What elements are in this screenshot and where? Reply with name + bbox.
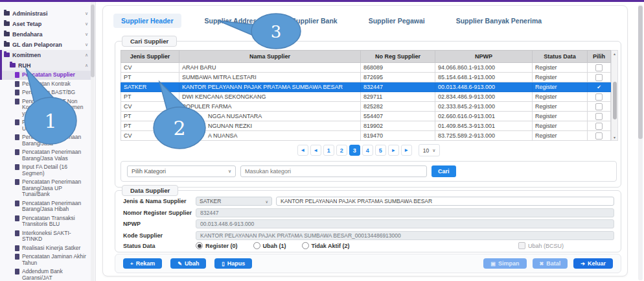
file-icon [15, 179, 19, 185]
keluar-button[interactable]: ➔Keluar [573, 258, 613, 269]
prev-page-button[interactable]: ◂ [310, 145, 321, 156]
rekam-button[interactable]: +Rekam [123, 258, 162, 269]
supplier-table: Jenis Supplier Nama Supplier No Reg Supp… [121, 50, 611, 141]
col-pilih[interactable]: Pilih [588, 51, 611, 63]
radio-tidak-aktif[interactable]: Tidak Aktif (2) [302, 242, 350, 249]
row-checkbox[interactable] [595, 93, 603, 101]
tab-bar: Supplier Header Supplier Address Supplie… [113, 14, 549, 28]
nama-supplier-field[interactable] [276, 197, 614, 206]
page-scrollbar[interactable] [638, 5, 643, 280]
sidebar-item-pencatatan-jaminan-akhir-tahun[interactable]: Pencatatan Jaminan Akhir Tahun [0, 252, 91, 267]
col-status-data[interactable]: Status Data [533, 51, 588, 63]
tab-supplier-banyak-penerima[interactable]: Supplier Banyak Penerima [448, 14, 549, 28]
tab-supplier-bank[interactable]: Supplier Bank [284, 14, 345, 28]
jenis-supplier-select[interactable]: SATKER ∨ [196, 197, 272, 206]
sidebar-item-interkoneksi-sakti-stinkd[interactable]: Interkoneksi SAKTI-STINKD [0, 229, 91, 244]
page-button-3-active[interactable]: 3 [349, 145, 360, 156]
kategori-input[interactable] [240, 165, 427, 177]
main-content: Supplier Header Supplier Address Supplie… [97, 2, 644, 281]
simpan-button[interactable]: ▣Simpan [483, 258, 526, 269]
col-no-reg-supplier[interactable]: No Reg Supplier [361, 51, 435, 63]
sidebar-item-komitmen[interactable]: Komitmen∧ [2, 50, 91, 60]
first-page-button[interactable]: ◄ [297, 145, 308, 156]
radio-register[interactable]: Register (0) [196, 242, 238, 249]
page-button-1[interactable]: 1 [323, 145, 334, 156]
sidebar-item-bendahara[interactable]: Bendahara∨ [0, 29, 91, 40]
save-icon: ▣ [490, 261, 496, 267]
sidebar-item-pencatatan-penerimaan-bj-hibah[interactable]: Pencatatan Penerimaan Barang/Jasa Hibah [0, 199, 91, 214]
scroll-up-icon[interactable]: ▴ [612, 51, 617, 56]
row-checkbox[interactable] [595, 103, 603, 110]
npwp-field[interactable] [196, 219, 614, 228]
table-row[interactable]: CVARAH BARU86808994.066.860.1-913.000Reg… [121, 63, 611, 73]
sidebar-item-pencatatan-penerimaan-bj-up-tunai-bank[interactable]: Pencatatan Penerimaan Barang/Jasa UP Tun… [0, 178, 91, 199]
folder-icon [4, 42, 10, 47]
tab-supplier-address[interactable]: Supplier Address [197, 14, 269, 28]
sidebar-item-input-fa-detail[interactable]: Input FA Detail (16 Segmen) [0, 163, 91, 178]
ubah-button[interactable]: ✎Ubah [170, 258, 206, 269]
scroll-down-icon[interactable]: ▾ [612, 135, 617, 140]
radio-ubah[interactable]: Ubah (1) [253, 242, 286, 249]
row-checkbox[interactable] [595, 123, 603, 130]
table-row[interactable]: PTNGGA NUSANTARA55440702.660.616.0-913.0… [121, 112, 611, 121]
folder-icon [10, 63, 16, 67]
col-nama-supplier[interactable]: Nama Supplier [179, 51, 361, 63]
table-row[interactable]: PTDWI KENCANA SEKONGKANG82971102.834.486… [121, 92, 611, 102]
radio-icon [253, 242, 260, 249]
sidebar-item-pencatatan-penerimaan-barang-jasa[interactable]: Pencatatan Penerimaan Barang/Jasa [0, 133, 91, 148]
sidebar-item-pencatatan-bast-bg[interactable]: Pencatatan BAST/BG [0, 88, 91, 97]
sidebar-item-pencatatan-bast-non-kontraktual[interactable]: Pencatatan BAST Non Kontraktual LS/Dokum… [0, 97, 91, 119]
cari-button[interactable]: Cari [431, 165, 456, 177]
tab-supplier-header[interactable]: Supplier Header [113, 14, 181, 28]
page-button-4[interactable]: 4 [362, 145, 373, 156]
scrollbar-thumb[interactable] [613, 82, 617, 119]
batal-button[interactable]: ✖Batal [533, 258, 568, 269]
table-row-selected[interactable]: SATKERKANTOR PELAYANAN PAJAK PRATAMA SUM… [121, 82, 611, 92]
sidebar-item-pencatatan-transaksi-transitoris-blu[interactable]: Pencatatan Transaksi Transitoris BLU [0, 214, 91, 229]
col-npwp[interactable]: NPWP [435, 51, 533, 63]
row-checkbox-checked[interactable]: ✔ [595, 84, 603, 91]
scrollbar-thumb[interactable] [638, 6, 643, 139]
chevron-up-icon: ∧ [85, 53, 88, 58]
col-jenis-supplier[interactable]: Jenis Supplier [121, 51, 179, 63]
sidebar-item-addendum-bank-garansi-jat[interactable]: Addendum Bank Garansi/JAT [0, 267, 91, 281]
ubah-bcsu-checkbox[interactable]: Ubah (BCSU) [518, 242, 564, 249]
pencil-icon: ✎ [178, 261, 182, 267]
table-row[interactable]: CVPOPULER FARMA82528202.333.845.2-913.00… [121, 102, 611, 112]
sidebar-item-pencatatan-penerimaan-barang-jasa-valas[interactable]: Pencatatan Penerimaan Barang/Jasa Valas [0, 148, 91, 163]
sidebar-item-label: Pencatatan Penerimaan Barang/Jasa [22, 134, 88, 147]
row-checkbox[interactable] [595, 132, 603, 140]
hapus-button[interactable]: ▯Hapus [214, 258, 252, 269]
sidebar-item-realisasi-kinerja-satker[interactable]: Realisasi Kinerja Satker [0, 244, 91, 253]
file-icon [15, 254, 19, 260]
sidebar-item-pencatatan-kuitansi[interactable]: Pencatatan Kuitansi UP/TUP KKS [0, 118, 91, 133]
sidebar-item-gl-dan-pelaporan[interactable]: GL dan Pelaporan∨ [0, 40, 91, 50]
table-row[interactable]: PTNGUNAN REZKI81990201.409.845.3-913.001… [121, 121, 611, 131]
cell-status: Register [533, 131, 588, 141]
page-button-5[interactable]: 5 [375, 145, 386, 156]
sidebar-item-pencatatan-supplier[interactable]: Pencatatan Supplier [2, 71, 91, 80]
sidebar-item-label: Realisasi Kinerja Satker [22, 245, 88, 252]
table-row[interactable]: CVA NUANSA81947083.725.589.2-913.000Regi… [121, 131, 611, 141]
form-row-nomor-register: Nomor Register Supplier [123, 208, 614, 217]
sidebar-item-administrasi[interactable]: Administrasi∨ [0, 8, 91, 19]
sidebar-item-ruh[interactable]: RUH∧ [2, 60, 91, 71]
kategori-select[interactable]: Pilih Kategori ∨ [127, 165, 236, 177]
next-page-button[interactable]: ▸ [388, 145, 399, 156]
page-button-2[interactable]: 2 [336, 145, 347, 156]
last-page-button[interactable]: ► [401, 145, 412, 156]
table-scrollbar[interactable]: ▴ ▾ [611, 50, 618, 141]
page-size-select[interactable]: 10 ∨ [419, 144, 441, 156]
scrollbar-thumb[interactable] [91, 5, 95, 77]
row-checkbox[interactable] [595, 74, 603, 81]
sidebar-item-aset-tetap[interactable]: Aset Tetap∨ [0, 19, 91, 29]
nomor-register-field[interactable] [196, 208, 614, 217]
sidebar-item-label: Interkoneksi SAKTI-STINKD [22, 230, 88, 243]
row-checkbox[interactable] [595, 113, 603, 120]
tab-supplier-pegawai[interactable]: Supplier Pegawai [361, 14, 433, 28]
kode-supplier-field[interactable] [196, 231, 614, 240]
sidebar-item-pencatatan-kontrak[interactable]: Pencatatan Kontrak [0, 80, 91, 89]
sidebar-scrollbar[interactable] [91, 2, 95, 281]
row-checkbox[interactable] [595, 64, 603, 71]
table-row[interactable]: PTSUMBAWA MITRA LESTARI87269585.154.648.… [121, 73, 611, 82]
